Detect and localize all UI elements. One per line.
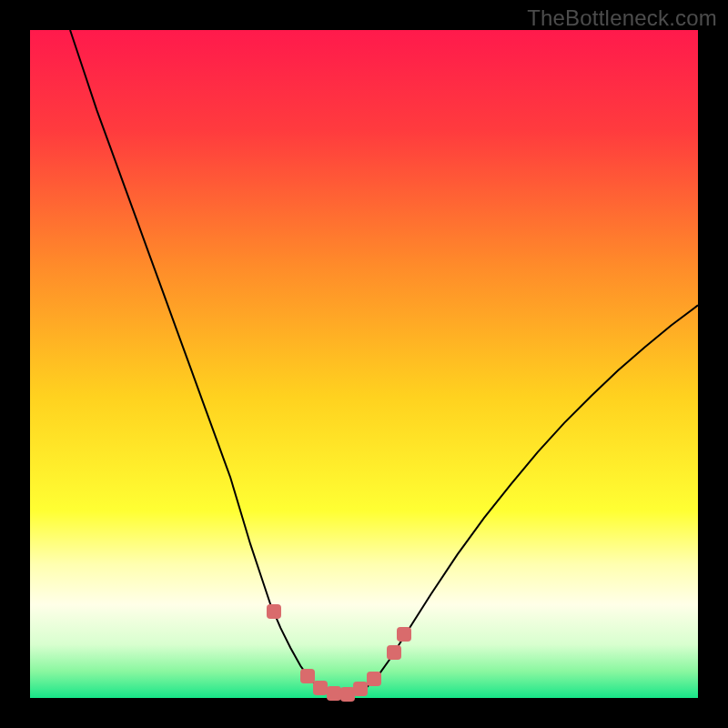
chart-canvas <box>30 30 698 698</box>
bottleneck-curve <box>70 30 698 695</box>
watermark-text: TheBottleneck.com <box>527 5 717 31</box>
outer-frame: TheBottleneck.com <box>0 0 728 728</box>
